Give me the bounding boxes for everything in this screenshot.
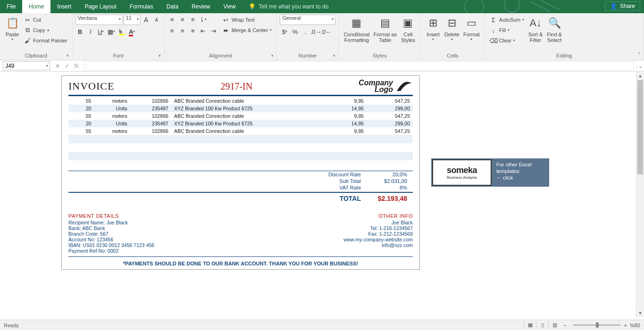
font-dialog-launcher[interactable]: ▾ bbox=[157, 52, 163, 59]
scrollbar-thumb[interactable] bbox=[637, 80, 643, 174]
clipboard-dialog-launcher[interactable]: ▾ bbox=[65, 52, 71, 59]
format-as-table-button[interactable]: ▤Format as Table bbox=[371, 15, 399, 52]
wrap-text-button[interactable]: ↩Wrap Text bbox=[220, 15, 274, 25]
clear-button[interactable]: ⌫Clear▾ bbox=[488, 35, 526, 46]
decrease-decimal-button[interactable]: .0← bbox=[321, 27, 331, 36]
worksheet-area[interactable]: INVOICE 2917-IN Company Logo 55meters102… bbox=[0, 72, 644, 317]
italic-button[interactable]: I bbox=[86, 27, 95, 36]
insert-cells-button[interactable]: ⊞Insert▾ bbox=[424, 15, 443, 52]
tab-view[interactable]: View bbox=[217, 0, 243, 13]
page-layout-view-button[interactable]: ▯ bbox=[536, 321, 548, 330]
page-break-view-button[interactable]: ▥ bbox=[548, 321, 560, 330]
scroll-down-button[interactable]: ▼ bbox=[636, 309, 644, 317]
zoom-slider[interactable] bbox=[573, 324, 620, 326]
tab-data[interactable]: Data bbox=[160, 0, 185, 13]
scroll-up-button[interactable]: ▲ bbox=[636, 72, 644, 80]
group-font-label: Font bbox=[75, 52, 161, 60]
zoom-out-button[interactable]: − bbox=[563, 322, 566, 328]
delete-cells-button[interactable]: ⊟Delete▾ bbox=[443, 15, 461, 52]
font-size-select[interactable]: 11▾ bbox=[124, 15, 141, 25]
cut-label: Cut bbox=[33, 17, 41, 23]
merge-center-button[interactable]: ⬌Merge & Center▾ bbox=[220, 25, 274, 35]
group-cells-label: Cells bbox=[424, 52, 482, 60]
find-select-button[interactable]: 🔍Find & Select bbox=[545, 15, 564, 52]
insert-label: Insert bbox=[427, 32, 440, 37]
vertical-scrollbar[interactable]: ▲ ▼ bbox=[636, 72, 644, 317]
zoom-in-button[interactable]: + bbox=[624, 322, 627, 328]
logo-swoosh-icon bbox=[396, 80, 413, 93]
decrease-font-button[interactable]: A bbox=[152, 15, 161, 25]
tab-insert[interactable]: Insert bbox=[50, 0, 78, 13]
cut-button[interactable]: ✂Cut bbox=[22, 15, 69, 25]
tab-home[interactable]: Home bbox=[22, 0, 50, 13]
alignment-dialog-launcher[interactable]: ▾ bbox=[269, 52, 276, 59]
align-right-button[interactable]: ≡ bbox=[188, 26, 198, 35]
fill-color-button[interactable] bbox=[117, 27, 126, 36]
cell-styles-icon: ▣ bbox=[401, 16, 416, 31]
underline-button[interactable]: U▾ bbox=[96, 27, 106, 36]
paste-button[interactable]: 📋 Paste ▾ bbox=[3, 15, 22, 52]
number-dialog-launcher[interactable]: ▾ bbox=[331, 52, 337, 59]
zoom-slider-thumb[interactable] bbox=[596, 322, 599, 328]
orientation-button[interactable]: ⤹▾ bbox=[199, 15, 208, 24]
fill-button[interactable]: ↓Fill▾ bbox=[488, 25, 526, 35]
svg-point-0 bbox=[465, 0, 484, 13]
insert-function-button[interactable]: fx bbox=[72, 63, 81, 69]
copy-button[interactable]: ⧉Copy▾ bbox=[22, 25, 69, 35]
insert-icon: ⊞ bbox=[426, 16, 441, 31]
wrap-label: Wrap Text bbox=[232, 17, 255, 23]
name-box[interactable]: J49▾ bbox=[3, 61, 50, 70]
sort-filter-button[interactable]: A↓Sort & Filter bbox=[526, 15, 545, 52]
discount-label: Discount Rate bbox=[300, 172, 361, 177]
comma-format-button[interactable]: , bbox=[301, 27, 310, 36]
align-center-button[interactable]: ≡ bbox=[178, 26, 187, 35]
enter-formula-button[interactable]: ✓ bbox=[62, 63, 72, 69]
promo-banner[interactable]: someka Business Analysis For other Excel… bbox=[431, 158, 549, 187]
border-button[interactable]: ▦▾ bbox=[107, 27, 116, 36]
table-row: 55meters102866ABC Branded Connection cab… bbox=[68, 112, 413, 120]
status-bar: Ready ▦ ▯ ▥ − + %80 bbox=[0, 320, 644, 330]
format-cells-button[interactable]: ▭Format▾ bbox=[461, 15, 482, 52]
tab-formulas[interactable]: Formulas bbox=[123, 0, 160, 13]
share-button[interactable]: 👤 Share bbox=[605, 1, 640, 11]
increase-indent-button[interactable]: ⇥ bbox=[209, 26, 218, 35]
accounting-format-button[interactable]: $▾ bbox=[280, 27, 289, 36]
align-top-button[interactable]: ≡ bbox=[167, 15, 177, 24]
align-left-button[interactable]: ≡ bbox=[167, 26, 177, 35]
formula-bar-input[interactable] bbox=[84, 61, 634, 70]
bold-button[interactable]: B bbox=[75, 27, 85, 36]
vat-label: VAT Rate bbox=[300, 185, 361, 190]
group-editing-label: Editing bbox=[488, 52, 641, 60]
invoice-blank-rows bbox=[68, 135, 413, 160]
increase-decimal-button[interactable]: .0→ bbox=[311, 27, 320, 36]
collapse-ribbon-button[interactable]: ˄ bbox=[638, 52, 641, 58]
payment-line: Payment Ref No: 0002 bbox=[68, 248, 154, 254]
other-line: info@xyz.com bbox=[343, 242, 413, 248]
increase-font-button[interactable]: A bbox=[142, 15, 151, 25]
font-name-select[interactable]: Verdana▾ bbox=[75, 15, 123, 25]
normal-view-button[interactable]: ▦ bbox=[524, 321, 536, 330]
decrease-indent-button[interactable]: ⇤ bbox=[199, 26, 208, 35]
group-number-label: Number bbox=[280, 52, 335, 60]
format-painter-button[interactable]: 🖌Format Painter bbox=[22, 35, 69, 46]
zoom-level[interactable]: %80 bbox=[630, 322, 640, 328]
tell-me-search[interactable]: 💡 Tell me what you want to do bbox=[249, 0, 328, 13]
cell-styles-button[interactable]: ▣Cell Styles bbox=[399, 15, 418, 52]
expand-formula-bar-button[interactable]: ⌄ bbox=[636, 60, 644, 71]
tab-page-layout[interactable]: Page Layout bbox=[78, 0, 123, 13]
tab-file[interactable]: File bbox=[0, 0, 22, 13]
group-clipboard: 📋 Paste ▾ ✂Cut ⧉Copy▾ 🖌Format Painter Cl… bbox=[0, 13, 73, 60]
align-bottom-button[interactable]: ≡ bbox=[188, 15, 198, 24]
number-format-value: General bbox=[282, 15, 301, 21]
percent-format-button[interactable]: % bbox=[290, 27, 300, 36]
autosum-button[interactable]: ΣAutoSum▾ bbox=[488, 15, 526, 25]
invoice-footer: PAYMENT DETAILS Recipient Name: Joe Blac… bbox=[68, 213, 413, 254]
cancel-formula-button[interactable]: ✕ bbox=[53, 63, 62, 69]
font-color-button[interactable]: A▾ bbox=[127, 27, 137, 36]
invoice-line-items-table: 55meters102866ABC Branded Connection cab… bbox=[68, 97, 413, 135]
promo-brand: someka bbox=[447, 165, 477, 175]
align-middle-button[interactable]: ≡ bbox=[178, 15, 187, 24]
tab-review[interactable]: Review bbox=[185, 0, 217, 13]
number-format-select[interactable]: General▾ bbox=[280, 15, 335, 25]
conditional-formatting-button[interactable]: ▦Conditional Formatting bbox=[342, 15, 371, 52]
